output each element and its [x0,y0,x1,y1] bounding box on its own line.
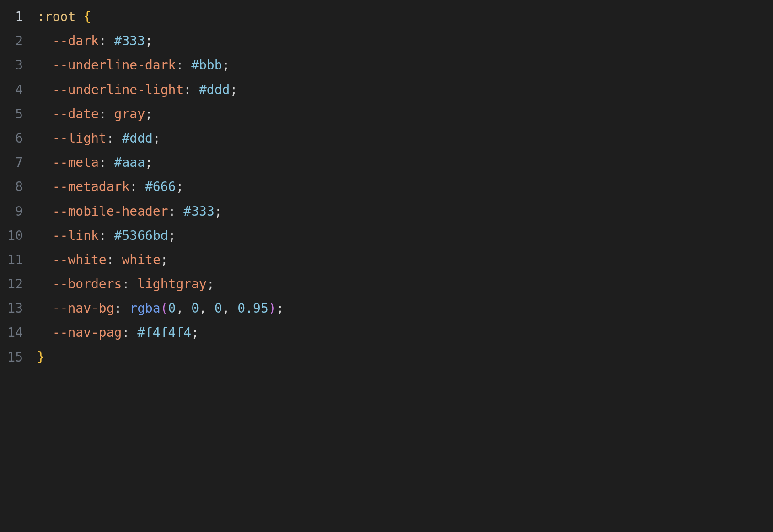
css-hex-value: #333 [183,204,214,219]
colon: : [107,131,114,146]
css-hex-value: #ddd [122,131,152,146]
code-line[interactable]: --link: #5366bd; [37,223,773,248]
css-property: --date [53,106,99,122]
code-line[interactable]: --underline-light: #ddd; [37,78,773,102]
code-line[interactable]: --metadark: #666; [37,175,773,199]
css-property: --underline-light [53,82,184,97]
line-number: 2 [0,29,23,53]
css-hex-value: #ddd [199,82,230,97]
css-property: --light [53,131,107,146]
css-ident-value: gray [114,106,145,122]
semicolon: ; [161,252,168,267]
css-property: --dark [53,33,99,48]
line-number: 12 [0,272,23,296]
code-line[interactable]: --nav-pag: #f4f4f4; [37,320,773,345]
semicolon: ; [230,82,237,97]
line-number: 11 [0,248,23,272]
css-hex-value: #aaa [114,155,145,170]
colon: : [99,106,107,122]
line-number: 10 [0,223,23,248]
css-number: 0.95 [237,301,268,316]
code-line[interactable]: --light: #ddd; [37,126,773,150]
semicolon: ; [222,58,230,73]
code-line[interactable]: --nav-bg: rgba(0, 0, 0, 0.95); [37,296,773,320]
line-number: 5 [0,102,23,126]
line-number: 9 [0,199,23,223]
line-number: 3 [0,53,23,77]
semicolon: ; [153,131,161,146]
colon: : [176,58,183,73]
semicolon: ; [145,33,153,48]
code-line[interactable]: } [37,345,773,369]
css-number: 0 [191,301,199,316]
colon: : [122,325,129,340]
close-paren: ) [268,301,276,316]
css-property: --white [53,252,107,267]
code-line[interactable]: --meta: #aaa; [37,150,773,175]
semicolon: ; [207,277,215,292]
code-content[interactable]: :root { --dark: #333; --underline-dark: … [32,5,773,369]
colon: : [99,33,107,48]
code-line[interactable]: --mobile-header: #333; [37,199,773,223]
colon: : [99,155,107,170]
css-property: --nav-pag [53,325,122,340]
line-number: 4 [0,78,23,102]
css-hex-value: #bbb [191,58,222,73]
close-brace: } [37,350,45,365]
code-line[interactable]: --date: gray; [37,102,773,126]
colon: : [107,252,114,267]
colon: : [122,277,129,292]
css-ident-value: white [122,252,160,267]
line-number: 14 [0,320,23,345]
css-number: 0 [168,301,176,316]
line-number: 7 [0,150,23,175]
line-number: 15 [0,345,23,369]
css-selector: :root [37,9,75,24]
css-property: --link [53,228,99,243]
colon: : [183,82,191,97]
comma: , [222,301,230,316]
semicolon: ; [145,155,153,170]
css-hex-value: #666 [145,179,176,194]
css-property: --underline-dark [53,58,176,73]
colon: : [129,179,137,194]
semicolon: ; [215,204,222,219]
css-function: rgba [129,301,160,316]
css-hex-value: #333 [114,33,145,48]
code-line[interactable]: --dark: #333; [37,29,773,53]
line-number: 6 [0,126,23,150]
semicolon: ; [276,301,284,316]
semicolon: ; [145,106,153,122]
css-property: --meta [53,155,99,170]
code-line[interactable]: :root { [37,5,773,29]
css-ident-value: lightgray [137,277,207,292]
open-paren: ( [161,301,168,316]
line-number: 8 [0,175,23,199]
css-property: --nav-bg [53,301,114,316]
semicolon: ; [191,325,199,340]
colon: : [168,204,176,219]
line-number: 1 [0,5,23,29]
comma: , [199,301,207,316]
css-property: --mobile-header [53,204,168,219]
css-hex-value: #f4f4f4 [137,325,191,340]
line-number: 13 [0,296,23,320]
code-line[interactable]: --borders: lightgray; [37,272,773,296]
css-property: --metadark [53,179,130,194]
semicolon: ; [176,179,183,194]
code-editor[interactable]: 1 2 3 4 5 6 7 8 9 10 11 12 13 14 15 :roo… [0,5,773,369]
colon: : [99,228,107,243]
line-number-gutter: 1 2 3 4 5 6 7 8 9 10 11 12 13 14 15 [0,5,32,369]
colon: : [114,301,122,316]
code-line[interactable]: --underline-dark: #bbb; [37,53,773,77]
code-line[interactable]: --white: white; [37,248,773,272]
open-brace: { [83,9,91,24]
semicolon: ; [168,228,176,243]
css-hex-value: #5366bd [114,228,168,243]
css-property: --borders [53,277,122,292]
css-number: 0 [215,301,222,316]
comma: , [176,301,183,316]
